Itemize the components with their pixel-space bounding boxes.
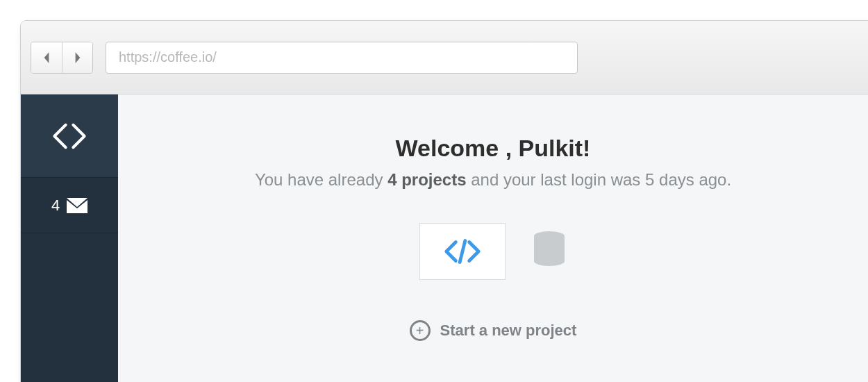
database-project-card[interactable] [532,231,567,272]
code-glyph-icon [51,117,88,155]
start-label: Start a new project [440,322,577,340]
url-input[interactable] [119,49,565,65]
forward-button[interactable] [62,42,92,73]
chevron-left-icon [42,51,51,64]
url-bar[interactable] [106,42,578,74]
mail-count: 4 [51,197,60,215]
welcome-heading: Welcome , Pulkit! [118,135,868,162]
welcome-prefix: Welcome , [396,135,519,161]
sub-bold: 4 projects [387,170,466,189]
browser-toolbar [21,21,868,94]
nav-button-group [31,42,93,74]
start-new-project[interactable]: + Start a new project [118,320,868,341]
sidebar: 4 [21,94,118,382]
browser-window: 4 Welcome , Pulkit! You have already 4 p… [21,21,868,382]
plus-circle-icon: + [410,320,431,341]
sidebar-mail[interactable]: 4 [21,178,118,233]
sub-suffix: and your last login was 5 days ago. [467,170,732,189]
database-icon [532,231,567,269]
main-panel: Welcome , Pulkit! You have already 4 pro… [118,94,868,382]
code-project-card[interactable] [419,223,506,280]
project-type-row [118,223,868,280]
sidebar-logo[interactable] [21,94,118,178]
code-icon [442,236,483,267]
mail-icon [67,198,87,213]
welcome-name: Pulkit! [519,135,591,161]
chevron-right-icon [74,51,82,64]
svg-line-0 [460,241,465,263]
page-body: 4 Welcome , Pulkit! You have already 4 p… [21,94,868,382]
back-button[interactable] [31,42,62,73]
sub-prefix: You have already [255,170,387,189]
welcome-subtext: You have already 4 projects and your las… [118,170,868,190]
